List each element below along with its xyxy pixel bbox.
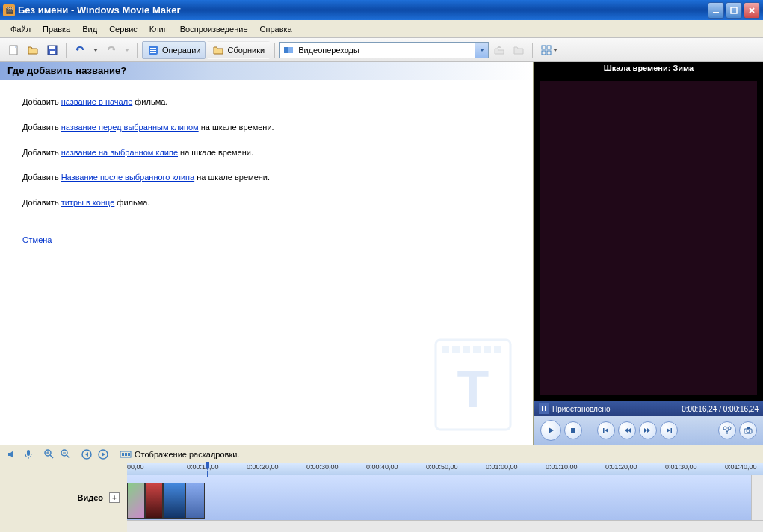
svg-rect-43 [206,462,209,468]
svg-rect-9 [150,52,156,53]
collections-label: Сборники [227,46,265,55]
location-combo[interactable]: Видеопереходы [279,42,489,58]
task-header: Где добавить название? [0,62,533,80]
undo-dropdown[interactable] [90,47,101,53]
svg-rect-24 [542,406,543,411]
cancel-link[interactable]: Отмена [22,233,510,248]
preview-title: Шкала времени: Зима [534,62,763,75]
undo-button[interactable] [71,41,89,59]
svg-point-29 [723,427,726,430]
timeline-area: Отображение раскадровки. 00,000:00:10,00… [0,445,763,532]
svg-rect-28 [671,428,673,433]
link-credits-end[interactable]: титры в конце [61,198,115,207]
horizontal-scrollbar[interactable] [127,520,763,532]
titlebar: 🎬 Без имени - Windows Movie Maker [0,0,763,20]
link-title-after-clip[interactable]: Название после выбранного клипа [61,173,194,182]
pause-status-icon [539,403,549,414]
menu-play[interactable]: Воспроизведение [174,22,254,36]
menu-edit[interactable]: Правка [37,22,76,36]
next-button[interactable] [660,421,678,439]
save-button[interactable] [43,41,61,59]
preview-pane: Шкала времени: Зима Приостановлено 0:00:… [533,62,763,445]
task-option-2: Добавить название перед выбранным клипом… [22,120,510,135]
link-title-on-clip[interactable]: название на выбранном клипе [61,148,178,157]
transitions-icon [282,43,295,57]
ruler-tick: 0:01:30,00 [665,463,697,471]
svg-rect-33 [747,427,750,429]
open-button[interactable] [24,41,42,59]
task-content: Добавить название в начале фильма. Добав… [0,80,533,263]
zoom-out-button[interactable] [58,447,73,462]
clip-1[interactable] [127,483,145,519]
minimize-button[interactable] [708,2,724,19]
preview-video[interactable] [534,75,763,401]
close-button[interactable] [744,2,760,19]
step-forward-button[interactable] [639,421,657,439]
ruler-tick: 0:00:50,00 [426,463,458,471]
svg-rect-4 [49,46,55,49]
play-button[interactable] [540,420,561,441]
operations-button[interactable]: Операции [142,41,206,59]
clip-2[interactable] [145,483,163,519]
svg-rect-19 [463,346,470,353]
svg-rect-41 [125,453,127,456]
step-back-button[interactable] [618,421,636,439]
clip-3[interactable] [163,483,185,519]
ruler-tick: 00,00 [127,463,144,471]
link-title-beginning[interactable]: название в начале [61,97,133,106]
svg-rect-18 [452,346,460,353]
link-title-before-clip[interactable]: название перед выбранным клипом [61,123,199,132]
ruler-tick: 0:00:20,00 [247,463,279,471]
svg-rect-1 [731,7,737,13]
prev-button[interactable] [597,421,615,439]
separator [274,43,275,58]
task-pane: Где добавить название? Добавить название… [0,62,533,445]
narrate-button[interactable] [21,447,36,462]
play-timeline-button[interactable] [96,447,111,462]
svg-rect-7 [150,48,156,49]
timeline-tracks: Видео + [0,475,763,520]
menu-service[interactable]: Сервис [103,22,143,36]
rewind-timeline-button[interactable] [79,447,94,462]
menu-help[interactable]: Справка [254,22,298,36]
track-label-video: Видео + [0,475,127,520]
expand-video-track[interactable]: + [109,492,120,503]
split-button[interactable] [718,421,736,439]
task-option-3: Добавить название на выбранном клипе на … [22,146,510,161]
menu-file[interactable]: Файл [4,22,37,36]
svg-rect-10 [284,47,288,53]
status-text: Приостановлено [552,405,682,413]
svg-rect-8 [150,50,156,51]
task-option-5: Добавить титры в конце фильма. [22,196,510,211]
menu-clip[interactable]: Клип [143,22,174,36]
new-button[interactable] [4,41,22,59]
playhead-marker[interactable] [204,462,211,477]
ruler-tick: 0:01:00,00 [486,463,518,471]
audio-levels-button[interactable] [4,447,19,462]
svg-rect-34 [27,450,30,456]
ruler-tick: 0:01:20,00 [605,463,637,471]
svg-point-32 [747,430,750,433]
svg-rect-5 [50,51,55,54]
vertical-scrollbar[interactable] [751,475,763,520]
maximize-button[interactable] [726,2,742,19]
storyboard-toggle[interactable]: Отображение раскадровки. [117,448,242,460]
svg-point-30 [728,427,731,430]
redo-dropdown[interactable] [122,47,132,53]
svg-rect-20 [473,346,481,353]
timeline-ruler[interactable]: 00,000:00:10,000:00:20,000:00:30,000:00:… [127,463,763,475]
clip-4[interactable] [185,483,205,519]
svg-rect-42 [128,453,130,456]
view-button[interactable] [537,41,561,59]
video-track[interactable] [127,475,763,520]
zoom-in-button[interactable] [42,447,57,462]
stop-button[interactable] [564,421,582,439]
menu-view[interactable]: Вид [76,22,103,36]
new-folder-button[interactable] [510,41,528,59]
combo-dropdown[interactable] [475,43,488,58]
redo-button[interactable] [102,41,120,59]
separator [137,43,138,58]
up-button[interactable] [490,41,508,59]
snapshot-button[interactable] [739,421,757,439]
collections-button[interactable]: Сборники [207,41,270,59]
